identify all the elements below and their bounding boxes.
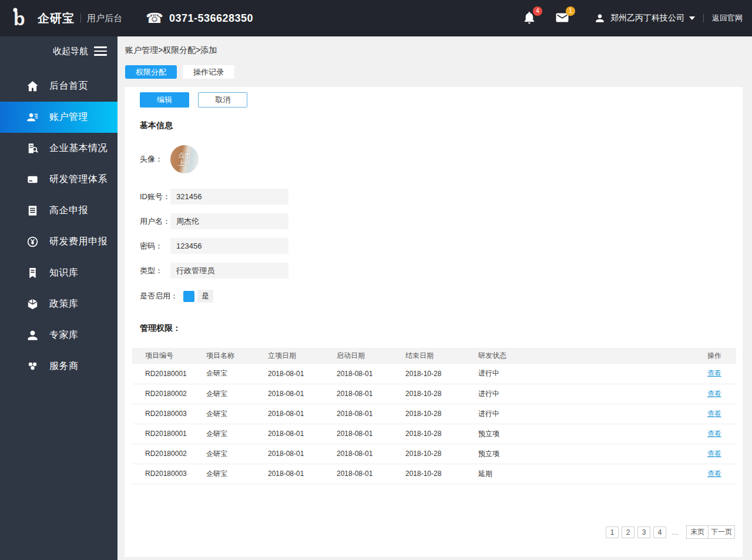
chevron-down-icon: [689, 16, 695, 20]
sidebar-item-rd-system[interactable]: 研发管理体系: [0, 164, 118, 195]
sidebar-item-label: 政策库: [49, 298, 79, 310]
action-row: 编辑 取消: [125, 87, 743, 108]
permissions-title: 管理权限：: [140, 323, 743, 334]
sidebar-item-policy[interactable]: 政策库: [0, 289, 118, 320]
sidebar-item-expert[interactable]: 专家库: [0, 320, 118, 351]
view-link[interactable]: 查看: [707, 410, 721, 418]
service-icon: [25, 359, 40, 374]
breadcrumb: 账户管理>权限分配>添加: [118, 36, 752, 56]
sidebar-item-company[interactable]: 企业基本情况: [0, 133, 118, 164]
rd-system-icon: [25, 172, 40, 187]
table-header-cell: 研发状态: [478, 348, 701, 364]
avatar-upload[interactable]: 点击上传: [170, 145, 199, 173]
sidebar: 收起导航 后台首页账户管理企业基本情况研发管理体系高企申报研发费用申报知识库政策…: [0, 36, 118, 560]
page-button-2[interactable]: 2: [622, 527, 634, 538]
type-field[interactable]: [170, 263, 288, 279]
table-header-cell: 启动日期: [337, 348, 405, 364]
sidebar-item-home[interactable]: 后台首页: [0, 71, 118, 102]
tab-0[interactable]: 权限分配: [125, 65, 177, 79]
table-cell: 2018-08-01: [337, 424, 405, 444]
table-cell: 2018-10-28: [405, 424, 478, 444]
last-page-button[interactable]: 末页: [686, 525, 709, 539]
content-card: 编辑 取消 基本信息 头像： 点击上传 ID账号：用户名：密码：类型： 是否启用…: [125, 87, 743, 557]
tab-1[interactable]: 操作记录: [183, 65, 234, 79]
password-label: 密码：: [140, 241, 170, 252]
avatar-row: 头像： 点击上传: [140, 145, 743, 173]
view-link[interactable]: 查看: [707, 369, 721, 377]
table-cell: 企研宝: [206, 384, 268, 404]
sidebar-item-label: 企业基本情况: [49, 142, 108, 155]
password-field[interactable]: [170, 238, 288, 254]
account-icon: [25, 110, 40, 125]
expert-icon: [25, 328, 40, 343]
user-icon: [594, 12, 606, 24]
sidebar-item-account[interactable]: 账户管理: [0, 102, 118, 133]
sidebar-item-label: 后台首页: [49, 80, 88, 92]
phone-number: 0371-536628350: [169, 12, 253, 25]
table-cell: 2018-10-28: [405, 464, 478, 484]
notifications-button[interactable]: 4: [522, 11, 538, 26]
fee-icon: [25, 234, 40, 250]
table-cell: RD20180003: [132, 464, 206, 484]
company-menu[interactable]: 郑州乙丙丁科技公司: [594, 12, 695, 24]
field-row-id-account: ID账号：: [140, 189, 743, 204]
table-cell: 2018-08-01: [268, 424, 337, 444]
table-cell: 企研宝: [206, 464, 268, 484]
hamburger-icon: [94, 44, 107, 58]
view-link[interactable]: 查看: [707, 450, 721, 458]
table-cell: 进行中: [478, 384, 701, 404]
table-cell: 进行中: [478, 404, 701, 424]
form-fields: ID账号：用户名：密码：类型：: [140, 189, 743, 279]
table-cell: 预立项: [478, 444, 701, 464]
page-button-4[interactable]: 4: [653, 527, 666, 538]
edit-button[interactable]: 编辑: [140, 92, 189, 108]
app-name: 企研宝: [38, 11, 75, 26]
enable-label: 是否启用：: [140, 291, 183, 301]
username-field[interactable]: [170, 213, 288, 229]
view-link[interactable]: 查看: [707, 430, 721, 438]
table-cell: 2018-08-01: [337, 444, 405, 464]
enable-row: 是否启用： 是: [140, 290, 743, 302]
sidebar-item-declare[interactable]: 高企申报: [0, 195, 118, 226]
table-header-cell: 项目编号: [132, 348, 206, 364]
view-link[interactable]: 查看: [707, 390, 721, 398]
next-page-button[interactable]: 下一页: [708, 525, 735, 539]
pagination-ellipsis: …: [672, 528, 679, 536]
svg-text:b: b: [14, 8, 25, 29]
table-cell: 企研宝: [206, 404, 268, 424]
field-row-username: 用户名：: [140, 213, 743, 229]
basic-info-title: 基本信息: [140, 120, 743, 131]
id-account-label: ID账号：: [140, 192, 170, 202]
sidebar-item-service[interactable]: 服务商: [0, 351, 118, 382]
id-account-field[interactable]: [170, 189, 288, 204]
table-cell: 2018-08-01: [337, 404, 405, 424]
logo-area: b 企研宝 用户后台: [0, 6, 135, 31]
notification-badge: 4: [533, 6, 542, 16]
page-button-1[interactable]: 1: [606, 527, 619, 538]
top-header: b 企研宝 用户后台 ☎ 0371-536628350 4 1: [0, 0, 752, 36]
table-header-cell: 项目名称: [206, 348, 268, 364]
table-cell: 2018-10-28: [405, 364, 478, 384]
table-cell-actions: 查看: [701, 444, 736, 464]
username-label: 用户名：: [140, 216, 170, 227]
permissions-table: 项目编号项目名称立项日期启动日期结束日期研发状态操作 RD20180001企研宝…: [132, 348, 736, 484]
table-cell: 进行中: [478, 364, 701, 384]
sidebar-item-fee[interactable]: 研发费用申报: [0, 226, 118, 257]
enable-checkbox[interactable]: [183, 291, 194, 302]
company-name: 郑州乙丙丁科技公司: [610, 13, 684, 24]
back-to-site-link[interactable]: 返回官网: [712, 13, 743, 24]
app-root: b 企研宝 用户后台 ☎ 0371-536628350 4 1: [0, 0, 752, 560]
table-cell: 2018-08-01: [268, 384, 337, 404]
view-link[interactable]: 查看: [707, 470, 721, 478]
messages-button[interactable]: 1: [555, 11, 570, 26]
divider: [703, 14, 704, 22]
table-cell: 2018-08-01: [268, 444, 337, 464]
page-button-3[interactable]: 3: [637, 527, 650, 538]
sidebar-item-knowledge[interactable]: 知识库: [0, 257, 118, 289]
collapse-nav-button[interactable]: 收起导航: [0, 36, 118, 66]
table-cell: 2018-08-01: [268, 364, 337, 384]
table-cell: 延期: [478, 464, 701, 484]
cancel-button[interactable]: 取消: [198, 92, 247, 108]
sidebar-item-label: 知识库: [49, 267, 79, 279]
table-cell-actions: 查看: [701, 424, 736, 444]
